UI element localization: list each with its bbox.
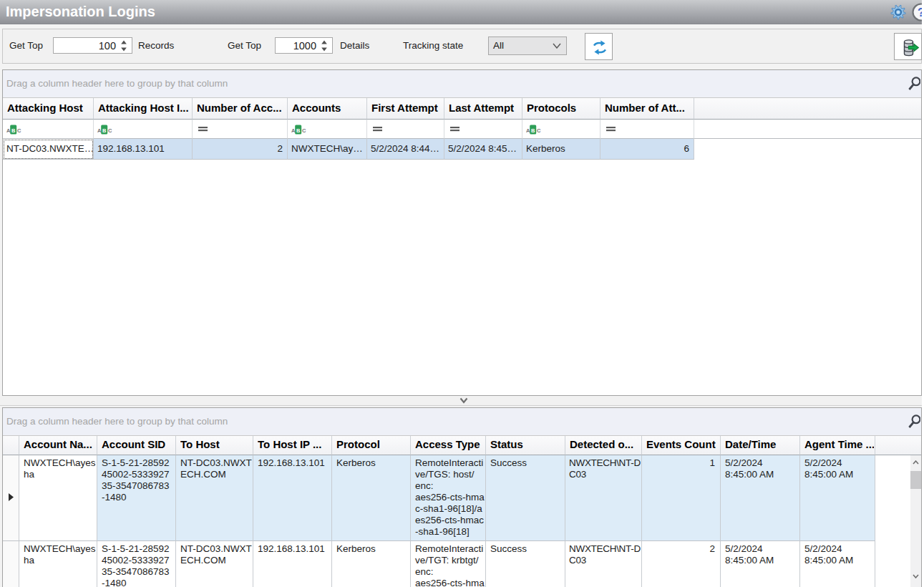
svg-text:A: A: [291, 127, 296, 134]
svg-text:B: B: [11, 127, 16, 134]
svg-text:C: C: [108, 127, 112, 134]
svg-text:B: B: [102, 127, 107, 134]
svg-text:A: A: [97, 127, 102, 134]
svg-text:C: C: [302, 127, 306, 134]
svg-text:B: B: [531, 127, 535, 134]
svg-text:A: A: [6, 127, 11, 134]
svg-text:C: C: [17, 127, 21, 134]
svg-text:B: B: [296, 127, 301, 134]
svg-text:C: C: [537, 127, 541, 134]
svg-text:A: A: [526, 127, 530, 134]
